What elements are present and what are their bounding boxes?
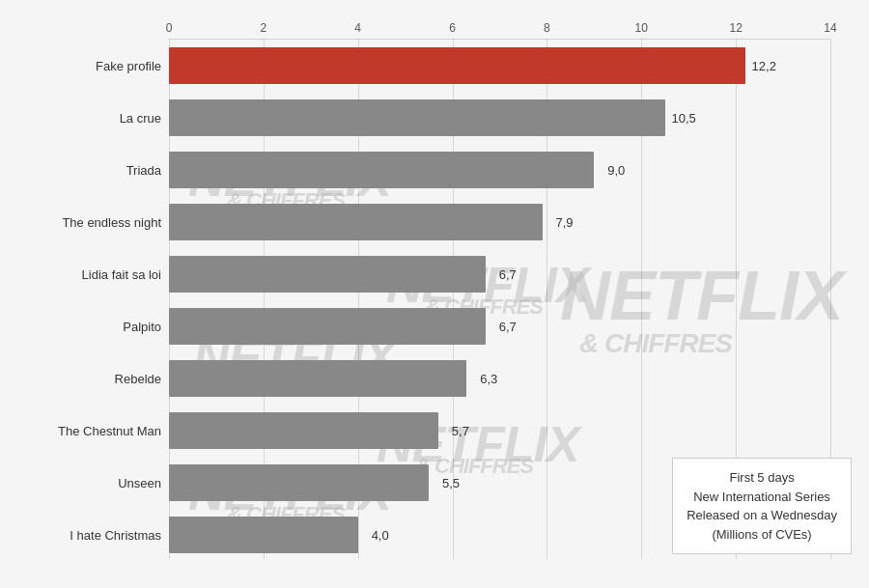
top-axis-line <box>169 39 830 40</box>
x-label-0: 0 <box>166 21 173 35</box>
bar-fill: 12,2 <box>169 47 745 84</box>
legend-line3: Released on a Wednesday <box>687 508 837 522</box>
bar-label: The Chestnut Man <box>10 424 169 438</box>
bar-label: Fake profile <box>10 59 169 73</box>
legend-line1: First 5 days <box>729 470 794 485</box>
bar-fill: 10,5 <box>169 99 665 136</box>
bar-value-label: 6,7 <box>499 320 517 334</box>
x-label-2: 2 <box>261 21 267 35</box>
bar-row: Lidia fait sa loi6,7 <box>169 249 830 299</box>
bar-row: The Chestnut Man5,7 <box>169 406 830 456</box>
bar-fill: 9,0 <box>169 152 594 188</box>
x-axis: 02468101214 <box>169 21 830 41</box>
x-label-6: 6 <box>449 21 456 35</box>
bar-value-label: 10,5 <box>671 111 695 126</box>
bar-value-label: 12,2 <box>752 59 776 73</box>
x-label-12: 12 <box>729 21 742 35</box>
legend-line2: New International Series <box>693 490 830 504</box>
bar-row: The endless night7,9 <box>169 197 830 247</box>
bar-row: Triada9,0 <box>169 145 830 195</box>
bar-fill: 5,5 <box>169 464 429 501</box>
bar-value-label: 7,9 <box>555 215 573 230</box>
bar-fill: 6,7 <box>169 256 486 293</box>
bar-label: Unseen <box>10 476 169 490</box>
bar-fill: 5,7 <box>169 412 438 449</box>
x-label-8: 8 <box>544 21 550 35</box>
bar-row: Palpito6,7 <box>169 301 830 351</box>
bar-value-label: 6,3 <box>480 372 497 386</box>
bar-label: Rebelde <box>10 372 169 386</box>
legend-box: First 5 days New International Series Re… <box>672 458 852 554</box>
legend-line4: (Millions of CVEs) <box>712 527 811 542</box>
bar-label: Palpito <box>10 320 169 334</box>
bar-label: Lidia fait sa loi <box>10 267 169 282</box>
bar-value-label: 4,0 <box>372 528 389 543</box>
bar-label: Triada <box>10 163 169 178</box>
x-label-4: 4 <box>354 21 361 35</box>
bar-label: La crue <box>10 111 169 126</box>
x-label-10: 10 <box>635 21 648 35</box>
x-label-14: 14 <box>824 21 836 35</box>
bar-row: La crue10,5 <box>169 93 830 143</box>
bar-fill: 6,7 <box>169 308 486 345</box>
bar-label: I hate Christmas <box>10 528 169 543</box>
bar-fill: 6,3 <box>169 360 466 397</box>
bar-row: Rebelde6,3 <box>169 353 830 404</box>
bar-label: The endless night <box>10 215 169 230</box>
bar-fill: 7,9 <box>169 204 543 240</box>
bar-value-label: 6,7 <box>499 267 517 282</box>
bar-value-label: 5,5 <box>442 476 460 490</box>
bar-value-label: 9,0 <box>607 163 625 178</box>
bar-fill: 4,0 <box>169 517 358 553</box>
chart-container: NETFLIX & CHIFFRES NETFLIX & CHIFFRES NE… <box>0 0 869 588</box>
bar-row: Fake profile12,2 <box>169 41 830 91</box>
bar-value-label: 5,7 <box>452 424 469 438</box>
